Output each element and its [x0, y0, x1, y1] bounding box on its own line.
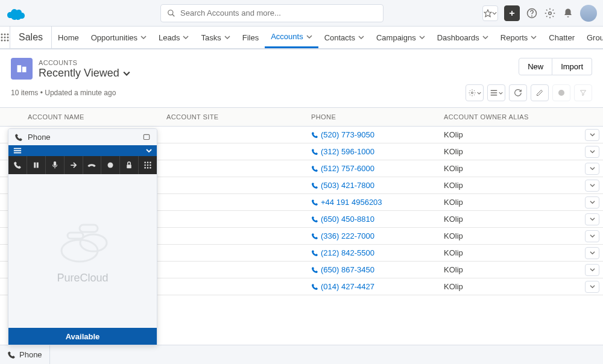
list-view-name[interactable]: Recently Viewed: [39, 67, 130, 80]
call-pickup-button[interactable]: [8, 156, 27, 174]
phone-panel-header[interactable]: Phone: [8, 129, 157, 145]
row-actions-button[interactable]: [585, 230, 599, 242]
favorites-button[interactable]: [482, 5, 498, 21]
phone-cell[interactable]: +44 191 4956203: [308, 195, 440, 209]
help-icon[interactable]: [526, 5, 538, 21]
svg-point-10: [7, 34, 9, 36]
svg-rect-27: [34, 163, 36, 168]
chevron-down-icon: [123, 70, 130, 77]
svg-marker-2: [484, 10, 491, 17]
col-account-name[interactable]: ACCOUNT NAME: [24, 108, 163, 126]
row-actions-button[interactable]: [585, 146, 599, 158]
account-site-cell: [163, 217, 308, 222]
owner-cell: KOlip: [440, 280, 579, 293]
phone-status-button[interactable]: Available: [8, 328, 157, 345]
hangup-button[interactable]: [83, 156, 102, 174]
svg-point-0: [168, 10, 173, 14]
nav-item-leads[interactable]: Leads: [153, 27, 195, 48]
row-actions-button[interactable]: [585, 247, 599, 259]
phone-cell[interactable]: (512) 757-6000: [308, 162, 440, 175]
global-add-button[interactable]: [504, 5, 520, 21]
nav-item-home[interactable]: Home: [52, 27, 85, 48]
import-button[interactable]: Import: [552, 58, 592, 75]
phone-cell[interactable]: (336) 222-7000: [308, 229, 440, 243]
phone-cell[interactable]: (650) 867-3450: [308, 263, 440, 277]
phone-cell[interactable]: (503) 421-7800: [308, 178, 440, 192]
phone-cell[interactable]: (650) 450-8810: [308, 212, 440, 226]
row-actions-button[interactable]: [585, 213, 599, 225]
utility-phone-item[interactable]: Phone: [0, 345, 50, 364]
global-search[interactable]: [160, 4, 384, 22]
nav-item-contacts[interactable]: Contacts: [318, 27, 370, 48]
row-actions-button[interactable]: [585, 196, 599, 209]
svg-rect-29: [54, 162, 56, 166]
nav-item-label: Leads: [159, 33, 180, 42]
phone-cell[interactable]: (312) 596-1000: [308, 145, 440, 158]
display-as-button[interactable]: [487, 84, 505, 101]
phone-cell[interactable]: (520) 773-9050: [308, 128, 440, 142]
svg-point-13: [7, 37, 9, 39]
dialpad-button[interactable]: [139, 156, 157, 174]
nav-item-chatter[interactable]: Chatter: [543, 27, 581, 48]
nav-item-tasks[interactable]: Tasks: [195, 27, 236, 48]
phone-cell[interactable]: (212) 842-5500: [308, 246, 440, 260]
account-site-cell: [163, 133, 308, 137]
search-input[interactable]: [180, 8, 377, 17]
nav-item-label: Chatter: [549, 33, 575, 42]
col-account-site[interactable]: ACCOUNT SITE: [163, 108, 308, 126]
hold-button[interactable]: [27, 156, 46, 174]
svg-rect-43: [80, 225, 98, 232]
row-actions-button[interactable]: [585, 163, 599, 175]
owner-cell: KOlip: [440, 145, 579, 158]
svg-rect-26: [14, 152, 21, 154]
phone-number: (512) 757-6000: [321, 164, 374, 173]
notifications-bell-icon[interactable]: [562, 5, 574, 21]
col-owner[interactable]: ACCOUNT OWNER ALIAS: [440, 108, 579, 126]
nav-item-dashboards[interactable]: Dashboards: [431, 27, 494, 48]
user-avatar[interactable]: [580, 5, 597, 22]
nav-item-groups[interactable]: Groups: [581, 27, 603, 48]
global-header: [0, 0, 603, 27]
phone-softphone-panel: Phone PureCloud Available: [8, 128, 157, 345]
svg-rect-44: [68, 233, 83, 239]
svg-rect-21: [490, 92, 497, 93]
nav-item-reports[interactable]: Reports: [494, 27, 543, 48]
row-actions-button[interactable]: [585, 264, 599, 276]
transfer-button[interactable]: [65, 156, 83, 174]
setup-gear-icon[interactable]: [544, 5, 556, 21]
nav-item-files[interactable]: Files: [236, 27, 265, 48]
new-button[interactable]: New: [519, 58, 552, 75]
account-site-cell: [163, 284, 308, 289]
svg-rect-31: [127, 165, 131, 168]
row-actions-button[interactable]: [585, 281, 599, 293]
svg-line-1: [172, 14, 175, 16]
nav-item-label: Campaigns: [376, 33, 416, 42]
mute-button[interactable]: [46, 156, 65, 174]
account-site-cell: [163, 234, 308, 239]
row-actions-button[interactable]: [585, 129, 599, 141]
col-phone[interactable]: PHONE: [308, 108, 440, 126]
chevron-down-icon[interactable]: [146, 148, 152, 154]
svg-point-14: [1, 40, 3, 42]
popout-icon[interactable]: [142, 133, 151, 142]
purecloud-logo-icon: [46, 218, 119, 266]
phone-cell[interactable]: (014) 427-4427: [308, 280, 440, 293]
refresh-button[interactable]: [509, 84, 527, 101]
row-actions-button[interactable]: [585, 180, 599, 192]
nav-item-opportunities[interactable]: Opportunities: [85, 27, 153, 48]
nav-item-campaigns[interactable]: Campaigns: [370, 27, 431, 48]
record-button[interactable]: [101, 156, 120, 174]
app-launcher-icon[interactable]: [0, 27, 10, 48]
secure-lock-button[interactable]: [120, 156, 139, 174]
svg-point-7: [549, 11, 552, 14]
menu-icon[interactable]: [13, 146, 22, 155]
nav-item-label: Contacts: [324, 33, 355, 42]
nav-item-accounts[interactable]: Accounts: [265, 27, 318, 48]
svg-point-16: [7, 40, 9, 42]
owner-cell: KOlip: [440, 195, 579, 209]
inline-edit-button[interactable]: [531, 84, 549, 101]
account-site-cell: [163, 149, 308, 154]
phone-icon: [311, 199, 318, 206]
list-controls-gear-button[interactable]: [466, 84, 484, 101]
phone-icon: [311, 283, 318, 290]
